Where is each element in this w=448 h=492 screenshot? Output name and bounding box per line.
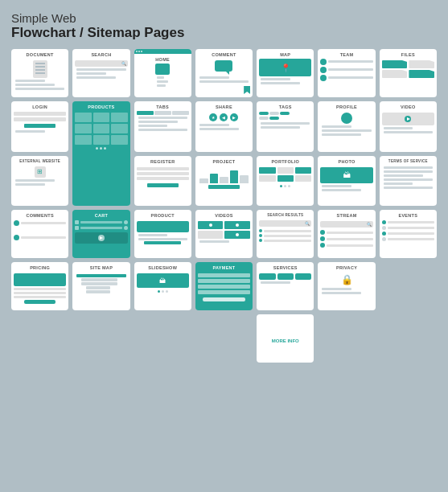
lock-icon: 🔒	[341, 274, 353, 285]
card-login[interactable]: LOGIN	[11, 101, 68, 152]
card-services[interactable]: SERVICES	[257, 262, 314, 310]
card-products[interactable]: PRODUCTS	[72, 101, 129, 206]
card-product[interactable]: PRODUCT	[134, 210, 191, 258]
card-photo[interactable]: PHOTO 🏔	[318, 156, 375, 207]
card-home[interactable]: HOME	[134, 49, 191, 97]
search-line3	[76, 76, 116, 79]
slideshow-label: SLIDESHOW	[148, 265, 177, 270]
card-external[interactable]: EXTERNAL WEBSITE ⊞	[11, 156, 68, 207]
product-button[interactable]	[144, 241, 181, 244]
pricing-label: PRICING	[30, 265, 50, 270]
products-label: PRODUCTS	[88, 105, 114, 109]
video-thumb	[382, 113, 434, 125]
card-more-info[interactable]: MORE INFO	[257, 314, 314, 363]
card-video[interactable]: VIDEO	[380, 101, 437, 152]
payment-button[interactable]	[203, 297, 245, 301]
video-label: VIDEO	[401, 105, 416, 109]
project-label: PROJECT	[212, 159, 235, 164]
comments-label: COMMENTS	[26, 213, 53, 218]
product-image	[137, 221, 189, 232]
home-label: HOME	[155, 57, 170, 62]
card-terms[interactable]: TERMS OF SERVICE	[380, 156, 437, 207]
card-payment[interactable]: PAYMENT	[195, 262, 253, 310]
spacer2	[11, 314, 68, 363]
card-stream[interactable]: STREAM	[318, 210, 375, 258]
search-line1	[76, 68, 125, 71]
card-sitemap[interactable]: SITE MAP	[72, 262, 129, 310]
card-comment[interactable]: COMMENT	[195, 49, 253, 97]
files-grid	[382, 60, 434, 78]
title-line2: Flowchart / Sitemap Pages	[11, 25, 184, 41]
services-boxes	[259, 273, 311, 280]
search-results-label: SEARCH RESULTS	[267, 213, 303, 217]
login-label: LOGIN	[32, 105, 47, 109]
card-document[interactable]: DOCUMENT	[11, 49, 68, 97]
external-label: EXTERNAL WEBSITE	[19, 159, 60, 163]
videos-label: VIDEOS	[215, 213, 233, 218]
card-share[interactable]: SHARE ★ ◀ ▶	[195, 101, 253, 152]
document-label: DOCUMENT	[27, 52, 54, 57]
register-button[interactable]	[147, 183, 179, 187]
card-search-results[interactable]: SEARCH RESULTS	[257, 210, 314, 258]
more-info-label: MORE INFO	[272, 338, 299, 343]
portfolio-label: PORTFOLIO	[271, 159, 299, 164]
map-label: MAP	[280, 52, 290, 57]
comment-bubble-icon	[215, 60, 232, 72]
login-button[interactable]	[24, 124, 55, 128]
search-bar[interactable]	[75, 60, 127, 67]
photo-image: 🏔	[320, 167, 372, 183]
doc-line2	[15, 84, 55, 86]
search-results-bar[interactable]	[259, 220, 311, 227]
project-button[interactable]	[208, 185, 240, 189]
share-btn1: ★	[209, 113, 217, 121]
card-pricing[interactable]: PRICING	[11, 262, 68, 310]
card-comments[interactable]: COMMENTS	[11, 210, 68, 258]
spacer1	[380, 262, 437, 310]
share-btn3: ▶	[230, 113, 238, 121]
login-field2[interactable]	[14, 117, 66, 121]
card-privacy[interactable]: PRIVACY 🔒	[318, 262, 375, 310]
card-map[interactable]: MAP 📍	[257, 49, 314, 97]
card-project[interactable]: PROJECT	[195, 156, 253, 207]
home-hero	[155, 64, 170, 75]
tags-label: TAGS	[279, 105, 292, 109]
mountain-icon: 🏔	[343, 171, 351, 179]
stream-search[interactable]	[320, 221, 372, 228]
cart-label: CART	[95, 213, 108, 218]
slideshow-mountain-icon: 🏔	[159, 277, 166, 285]
sitemap-label: SITE MAP	[90, 265, 113, 270]
card-team[interactable]: TEAM	[318, 49, 375, 97]
card-cart[interactable]: CART	[72, 210, 129, 258]
login-field1[interactable]	[14, 112, 66, 116]
card-events[interactable]: EVENTS	[380, 210, 437, 258]
team-row1	[320, 59, 372, 65]
card-search[interactable]: SEARCH	[72, 49, 129, 97]
share-label: SHARE	[216, 105, 232, 109]
team-label: TEAM	[340, 52, 354, 57]
profile-label: PROFILE	[336, 105, 357, 109]
map-bg: 📍	[259, 59, 311, 76]
videos-grid	[198, 221, 250, 239]
card-tabs[interactable]: TABS	[134, 101, 191, 152]
sitemap-grid: DOCUMENT SEARCH HOME	[11, 49, 437, 363]
card-portfolio[interactable]: PORTFOLIO	[257, 156, 314, 207]
title-area: Simple Web Flowchart / Sitemap Pages	[11, 11, 184, 41]
doc-line3	[15, 88, 64, 90]
team-row3	[320, 75, 372, 81]
events-label: EVENTS	[398, 213, 417, 218]
services-label: SERVICES	[273, 265, 298, 270]
card-register[interactable]: REGISTER	[134, 156, 191, 207]
share-icons: ★ ◀ ▶	[209, 113, 238, 121]
project-chart	[198, 167, 250, 183]
team-row2	[320, 67, 372, 73]
card-videos[interactable]: VIDEOS	[195, 210, 253, 258]
card-profile[interactable]: PROFILE	[318, 101, 375, 152]
card-files[interactable]: FILES	[380, 49, 437, 97]
privacy-label: PRIVACY	[336, 265, 357, 270]
title-line1: Simple Web	[11, 11, 184, 25]
card-slideshow[interactable]: SLIDESHOW 🏔	[134, 262, 191, 310]
pricing-button[interactable]	[24, 300, 55, 304]
product-label: PRODUCT	[151, 213, 175, 218]
spacer3	[72, 314, 129, 363]
card-tags[interactable]: TAGS	[257, 101, 314, 152]
